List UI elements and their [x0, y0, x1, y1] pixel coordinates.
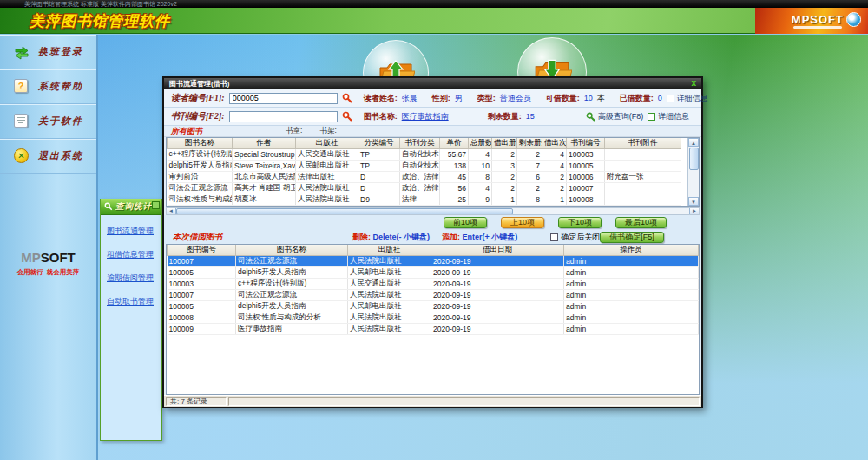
borrowed-count-value[interactable]: 0	[658, 94, 662, 102]
table-cell: 1	[492, 194, 517, 206]
table-header-cell[interactable]: 操作员	[564, 245, 699, 256]
link-rental-info[interactable]: 租借信息管理	[107, 249, 161, 260]
scroll-up-icon[interactable]: ▲	[688, 138, 699, 147]
table-cell: 100005	[567, 161, 605, 172]
table-cell: 100005	[168, 301, 236, 312]
table-cell: 9	[469, 194, 492, 206]
table-cell: 15	[469, 206, 492, 207]
table-header-cell[interactable]: 剩余册数	[517, 138, 542, 149]
borrow-confirm-button[interactable]: 借书确定[F5]	[600, 232, 664, 243]
table-header-cell[interactable]: 作者	[233, 138, 296, 149]
status-spacer	[228, 397, 700, 406]
table-cell: 人民邮电出版社	[348, 301, 431, 312]
prev-10-button[interactable]: 上10项	[501, 217, 544, 228]
link-auto-fetch-book[interactable]: 自动取书管理	[107, 296, 161, 307]
table-cell: 2	[517, 183, 542, 194]
table-header-cell[interactable]: 分类编号	[358, 138, 400, 149]
table-header-cell[interactable]: 图书名称	[168, 138, 233, 149]
close-icon[interactable]: x	[691, 78, 696, 89]
table-row[interactable]: 司法权:性质与构成的分析胡夏冰人民法院出版社D9法律259181100008	[168, 194, 681, 206]
sidebar-item-system-help[interactable]: ? 系统帮助	[0, 69, 96, 104]
scroll-right-icon[interactable]: ►	[689, 208, 699, 214]
reader-name-value[interactable]: 张晨	[402, 93, 418, 104]
panel-toggle-button[interactable]	[152, 201, 160, 209]
table-row[interactable]: 100005delphi5开发人员指南人民邮电出版社2020-09-19admi…	[168, 267, 699, 279]
table-row[interactable]: 医疗事故指南乔世明人民法院出版社D政治、法律56151141100009	[168, 206, 681, 207]
table-cell: 3	[492, 161, 517, 172]
sidebar-item-exit-system[interactable]: ✕ 退出系统	[0, 139, 96, 174]
table-cell: 1	[492, 206, 517, 207]
book-detail-label: 详细信息	[658, 111, 689, 122]
table-row[interactable]: 100009医疗事故指南人民法院出版社2020-09-19admin	[168, 324, 699, 335]
table-cell: 人民法院出版社	[348, 290, 431, 301]
reader-number-label: 读者编号[F1]:	[171, 92, 225, 104]
sidebar-item-shift-login[interactable]: 换班登录	[0, 35, 96, 69]
shelf-label: 书架:	[319, 126, 336, 136]
sidebar-item-about-software[interactable]: 关于软件	[0, 104, 96, 139]
table-cell: 100003	[567, 149, 605, 161]
query-stats-panel: 查询统计 图书流通管理 租借信息管理 逾期借阅管理 自动取书管理	[100, 199, 162, 441]
dialog-titlebar[interactable]: 图书流通管理(借书) x	[164, 78, 701, 89]
table-cell: admin	[564, 324, 699, 335]
table-row[interactable]: 审判前沿北京市高级人民法院法律出版社D政治、法律458262100006附光盘一…	[168, 172, 681, 183]
table-header-cell[interactable]: 总册数	[469, 138, 492, 149]
main-area: 换班登录 ? 系统帮助 关于软件	[0, 35, 868, 460]
table-header-cell[interactable]: 借出册数	[492, 138, 517, 149]
last-10-button[interactable]: 最后10项	[615, 217, 667, 228]
book-number-input[interactable]	[229, 111, 338, 122]
advanced-query-button[interactable]: 高级查询(F8)	[586, 111, 644, 122]
table-cell: 8	[469, 172, 492, 183]
quota-label: 可借数量:	[546, 93, 580, 104]
table-row[interactable]: 司法公正观念源流高其才 肖建国 胡玉人民法院出版社D政治、法律564222100…	[168, 183, 681, 194]
table-cell: 人民法院出版社	[348, 256, 431, 267]
table-row[interactable]: 100003c++程序设计(特别版)人民交通出版社2020-09-19admin	[168, 279, 699, 290]
table-cell: 4	[542, 149, 567, 161]
table-row[interactable]: 100005delphi5开发人员指南人民邮电出版社2020-09-19admi…	[168, 301, 699, 312]
table-cell: 2	[492, 183, 517, 194]
scroll-thumb[interactable]	[689, 148, 699, 170]
table-header-cell[interactable]: 书刊编号	[567, 138, 605, 149]
table-row[interactable]: c++程序设计(特别版)Special Stroustrup人民交通出版社TP自…	[168, 149, 681, 161]
scroll-left-icon[interactable]: ◄	[167, 208, 176, 214]
vertical-scrollbar[interactable]: ▲ ▼	[687, 138, 699, 206]
table-cell	[605, 206, 681, 207]
horizontal-scrollbar[interactable]: ◄ ►	[166, 207, 700, 215]
table-row[interactable]: 100008司法权:性质与构成的分析人民法院出版社2020-09-19admin	[168, 312, 699, 324]
table-row[interactable]: 100007司法公正观念源流人民法院出版社2020-09-19admin	[168, 256, 699, 267]
type-value[interactable]: 普通会员	[500, 93, 531, 104]
table-row[interactable]: delphi5开发人员指南Steve Teixeira,Xavi人民邮电出版社T…	[168, 161, 681, 172]
book-row: 书刊编号[F2]: 图书名称: 医疗事故指南 剩余数量: 15 高级查询(F8)	[164, 108, 701, 126]
table-header-cell[interactable]: 图书名称	[236, 245, 348, 256]
first-10-button[interactable]: 前10项	[444, 217, 487, 228]
hscroll-thumb[interactable]	[176, 208, 513, 214]
borrowed-table-panel: 图书编号图书名称出版社借出日期操作员 100007司法公正观念源流人民法院出版社…	[166, 244, 700, 395]
table-header-cell[interactable]: 出版社	[348, 245, 431, 256]
table-cell: 政治、法律	[400, 206, 440, 207]
table-header-cell[interactable]: 图书编号	[168, 245, 236, 256]
search-reader-icon[interactable]	[342, 93, 352, 103]
table-row[interactable]: 100007司法公正观念源流人民法院出版社2020-09-19admin	[168, 290, 699, 301]
table-header-cell[interactable]: 书刊分类	[400, 138, 440, 149]
desktop: 美萍图书馆管理系统 标准版 美萍软件内部图书馆 2020v2 美萍图书馆管理软件…	[0, 0, 868, 460]
search-book-icon[interactable]	[342, 111, 352, 122]
book-detail-checkbox[interactable]	[648, 113, 655, 121]
reader-number-input[interactable]	[229, 93, 338, 104]
book-name-value[interactable]: 医疗事故指南	[402, 111, 449, 122]
pager-row: 前10项 上10项 下10项 最后10项	[164, 215, 701, 230]
table-cell: admin	[564, 290, 699, 301]
table-header-cell[interactable]: 借出次数	[542, 138, 567, 149]
table-header-cell[interactable]: 借出日期	[431, 245, 564, 256]
link-overdue-borrow[interactable]: 逾期借阅管理	[107, 273, 161, 284]
table-header-cell[interactable]: 书刊附件	[605, 138, 681, 149]
table-header-cell[interactable]: 单价	[440, 138, 469, 149]
close-after-confirm-checkbox[interactable]	[550, 233, 558, 241]
next-10-button[interactable]: 下10项	[558, 217, 602, 228]
table-cell: 人民法院出版社	[348, 312, 431, 324]
table-cell: 138	[440, 161, 469, 172]
table-header-cell[interactable]: 出版社	[296, 138, 358, 149]
remain-value: 15	[526, 112, 535, 121]
table-cell: 4	[469, 149, 492, 161]
reader-detail-checkbox[interactable]	[667, 95, 674, 102]
link-book-circulation[interactable]: 图书流通管理	[107, 226, 161, 237]
scroll-down-icon[interactable]: ▼	[688, 197, 699, 206]
